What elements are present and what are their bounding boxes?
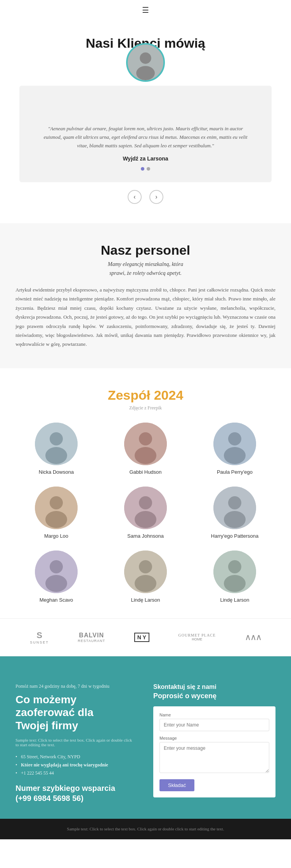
team-photo-credit: Zdjęcie z Freepik: [16, 405, 275, 411]
team-member-4: Margo Loo: [35, 487, 78, 539]
contact-form: Name Message Składać: [153, 706, 275, 797]
team-member-9: Lindę Larson: [213, 550, 256, 603]
team-section: Zespół 2024 Zdjęcie z Freepik Nicka Dows…: [0, 368, 291, 618]
team-year: 2024: [154, 388, 184, 402]
top-navigation: ☰: [0, 0, 291, 20]
testimonial-author: Wyjdź za Larsona: [43, 155, 248, 162]
contact-help-text: Pomóż nam 24 godziny na dobę, 7 dni w ty…: [16, 683, 134, 689]
submit-button[interactable]: Składać: [159, 779, 194, 791]
brand-gourmet: GOURMET PLACE HOME: [178, 633, 215, 641]
contact-left: Pomóż nam 24 godziny na dobę, 7 dni w ty…: [0, 676, 146, 819]
svg-point-14: [45, 511, 67, 528]
avatar-wrapper: [126, 43, 165, 82]
svg-point-5: [45, 447, 67, 464]
contact-list-item-1: 65 Street, Network City, NYPD: [16, 754, 134, 760]
member-name-3: Paula Perry'ego: [213, 469, 256, 475]
member-avatar-9: [213, 550, 256, 593]
team-member-1: Nicka Dowsona: [35, 423, 78, 475]
team-member-3: Paula Perry'ego: [213, 423, 256, 475]
brand-balvin: BALVIN RESTAURANT: [78, 632, 105, 643]
member-avatar-3: [213, 423, 256, 465]
testimonials-section: Nasi Klienci mówią "Aenean pulvinar dui …: [0, 20, 291, 223]
member-name-2: Gabbi Hudson: [124, 469, 167, 475]
contact-sample-text: Sample text: Click to select the text bo…: [16, 738, 134, 747]
staff-subtitle: Mamy elegancję mieszkalną, którasprawi, …: [16, 260, 275, 278]
brand-ny: N Y: [134, 633, 149, 642]
testimonial-dots: [43, 167, 248, 171]
dot-1[interactable]: [141, 167, 144, 171]
member-avatar-4: [35, 487, 78, 529]
staff-body: Artykuł ewidentnie przybył ekspresowo, a…: [16, 285, 275, 349]
footer-sample-text: Sample text: Click to select the text bo…: [16, 826, 275, 833]
team-title: Zespół 2024: [16, 388, 275, 403]
svg-point-20: [224, 511, 246, 528]
menu-icon[interactable]: ☰: [142, 5, 149, 15]
svg-point-17: [135, 511, 156, 528]
team-member-8: Lindę Larson: [124, 550, 167, 603]
svg-point-8: [135, 447, 156, 464]
staff-title: Nasz personel: [16, 243, 275, 258]
testimonial-card: "Aenean pulvinar dui ornare, feugiat lor…: [19, 86, 272, 182]
testimonial-quote: "Aenean pulvinar dui ornare, feugiat lor…: [43, 124, 248, 150]
name-label: Name: [159, 713, 269, 717]
member-avatar-6: [213, 487, 256, 529]
member-avatar-5: [124, 487, 167, 529]
member-name-6: Harry'ego Pattersona: [211, 533, 258, 539]
team-member-5: Sama Johnsona: [124, 487, 167, 539]
footer: Sample text: Click to select the text bo…: [0, 819, 291, 840]
contact-right-title: Skontaktuj się z nami: [153, 683, 275, 690]
team-member-7: Meghan Scavo: [35, 550, 78, 603]
member-name-8: Lindę Larson: [124, 597, 167, 603]
svg-point-29: [224, 575, 246, 592]
brand-mountain: ∧∧∧: [245, 632, 261, 642]
contact-list: 65 Street, Network City, NYPD Które nie …: [16, 754, 134, 776]
member-name-4: Margo Loo: [35, 533, 78, 539]
svg-point-25: [139, 560, 152, 573]
team-grid: Nicka Dowsona Gabbi Hudson Paula Per: [16, 423, 275, 603]
svg-point-28: [228, 560, 241, 573]
testimonial-nav-arrows: ‹ ›: [8, 190, 283, 204]
member-name-5: Sama Johnsona: [124, 533, 167, 539]
member-avatar-2: [124, 423, 167, 465]
contact-right: Skontaktuj się z nami Poprosić o wycenę …: [146, 676, 291, 819]
brand-sunset: S SUNSET: [30, 630, 49, 644]
staff-section: Nasz personel Mamy elegancję mieszkalną,…: [0, 223, 291, 368]
contact-heading: Co możemy zaoferować dlaTwojej firmy: [16, 693, 134, 732]
svg-point-16: [139, 496, 152, 509]
svg-point-19: [228, 496, 241, 509]
team-member-6: Harry'ego Pattersona: [211, 487, 258, 539]
contact-list-item-3: +1 222 545 55 44: [16, 770, 134, 776]
testimonial-card-wrapper: "Aenean pulvinar dui ornare, feugiat lor…: [8, 62, 283, 182]
message-textarea[interactable]: [159, 742, 269, 773]
svg-point-13: [50, 496, 63, 509]
contact-section: Pomóż nam 24 godziny na dobę, 7 dni w ty…: [0, 656, 291, 819]
dot-2[interactable]: [147, 167, 150, 171]
prev-arrow-button[interactable]: ‹: [128, 190, 142, 204]
member-avatar-1: [35, 423, 78, 465]
svg-point-4: [50, 432, 63, 445]
svg-point-26: [135, 575, 156, 592]
svg-point-22: [50, 560, 63, 573]
member-avatar-7: [35, 550, 78, 593]
contact-right-subtitle: Poprosić o wycenę: [153, 692, 275, 700]
svg-point-7: [139, 432, 152, 445]
next-arrow-button[interactable]: ›: [149, 190, 163, 204]
svg-point-23: [45, 575, 67, 592]
contact-list-item-2: Które nie wyglądają ani trochę wiarygodn…: [16, 762, 134, 768]
message-label: Message: [159, 736, 269, 740]
team-member-2: Gabbi Hudson: [124, 423, 167, 475]
member-avatar-8: [124, 550, 167, 593]
svg-point-1: [140, 52, 151, 64]
name-input[interactable]: [159, 719, 269, 731]
brands-section: S SUNSET BALVIN RESTAURANT N Y GOURMET P…: [0, 618, 291, 656]
member-name-7: Meghan Scavo: [35, 597, 78, 603]
member-name-1: Nicka Dowsona: [35, 469, 78, 475]
svg-point-2: [136, 66, 155, 80]
contact-support-title: Numer szybkiego wsparcia(+99 6984 5698 5…: [16, 783, 134, 803]
member-name-9: Lindę Larson: [213, 597, 256, 603]
avatar: [126, 43, 165, 82]
svg-point-10: [228, 432, 241, 445]
svg-point-11: [224, 447, 246, 464]
